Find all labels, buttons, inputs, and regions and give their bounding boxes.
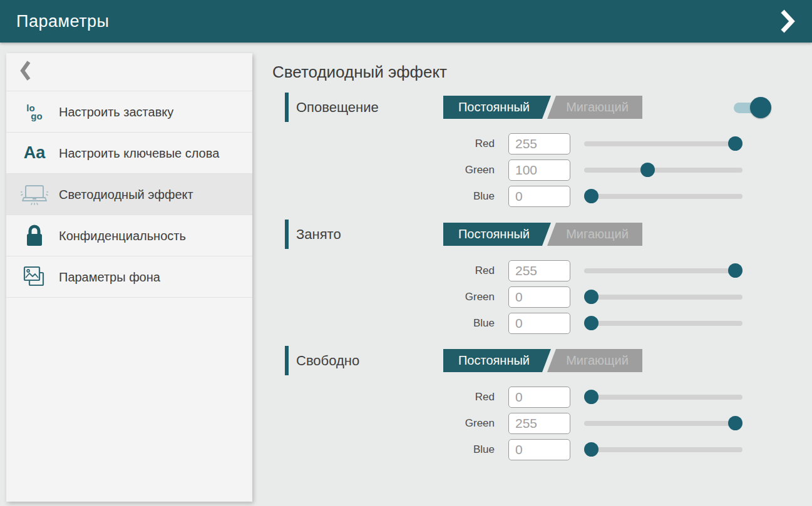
slider-track: [584, 141, 743, 146]
sidebar-item-label: Настроить ключевые слова: [59, 145, 219, 161]
section-header: Оповещение Постоянный Мигающий: [285, 93, 773, 122]
lock-icon: [20, 224, 49, 248]
sidebar-item-label: Конфиденциальность: [59, 228, 186, 244]
red-value-input[interactable]: [508, 387, 570, 408]
blue-slider[interactable]: [584, 316, 743, 331]
channel-label: Green: [438, 164, 495, 176]
section-free: Свободно Постоянный Мигающий Red Green: [285, 346, 773, 465]
mode-segmented-control: Постоянный Мигающий: [443, 349, 642, 372]
channel-label: Blue: [438, 443, 495, 456]
blue-slider[interactable]: [584, 442, 743, 457]
sidebar: lo go Настроить заставку Aa Настроить кл…: [6, 53, 252, 502]
mode-blinking-button[interactable]: Мигающий: [547, 349, 642, 372]
green-value-input[interactable]: [508, 413, 570, 434]
sidebar-item-keywords[interactable]: Aa Настроить ключевые слова: [6, 133, 252, 174]
green-value-input[interactable]: [508, 286, 570, 308]
slider-knob[interactable]: [584, 290, 599, 304]
channel-label: Blue: [438, 317, 495, 330]
mode-constant-button[interactable]: Постоянный: [443, 349, 551, 372]
sidebar-item-label: Настроить заставку: [59, 104, 173, 120]
content-title: Светодиодный эффект: [272, 63, 447, 82]
blue-value-input[interactable]: [508, 186, 570, 207]
blue-slider[interactable]: [584, 189, 743, 204]
section-name: Занято: [296, 226, 341, 243]
red-slider[interactable]: [584, 263, 743, 278]
mode-blinking-button[interactable]: Мигающий: [547, 96, 642, 119]
slider-track: [584, 321, 743, 326]
slider-knob[interactable]: [640, 163, 655, 177]
channel-row-blue: Blue: [285, 313, 773, 334]
back-button[interactable]: [6, 53, 252, 91]
channel-label: Blue: [438, 190, 495, 203]
mode-segmented-control: Постоянный Мигающий: [443, 223, 642, 246]
slider-knob[interactable]: [728, 263, 743, 278]
section-alert: Оповещение Постоянный Мигающий Red Green: [285, 93, 773, 212]
blue-value-input[interactable]: [508, 313, 570, 334]
slider-track: [584, 421, 743, 426]
mode-constant-button[interactable]: Постоянный: [443, 223, 551, 246]
slider-track: [584, 447, 743, 452]
settings-page: Параметры lo go Настроить заставку: [0, 0, 812, 506]
channel-label: Green: [438, 417, 495, 430]
blue-value-input[interactable]: [508, 439, 570, 460]
channel-row-red: Red: [285, 133, 773, 154]
red-value-input[interactable]: [508, 260, 570, 281]
chevron-left-icon: [20, 60, 31, 84]
slider-knob[interactable]: [728, 416, 743, 430]
sidebar-item-label: Параметры фона: [59, 269, 160, 285]
channel-row-red: Red: [285, 260, 773, 281]
slider-knob[interactable]: [584, 390, 599, 404]
section-accent-bar: [285, 346, 289, 375]
channel-row-green: Green: [285, 159, 773, 181]
sidebar-item-background[interactable]: Параметры фона: [6, 256, 252, 298]
green-slider[interactable]: [584, 290, 743, 305]
red-slider[interactable]: [584, 136, 743, 151]
channel-row-green: Green: [285, 413, 773, 434]
slider-knob[interactable]: [728, 136, 743, 151]
channel-row-green: Green: [285, 286, 773, 308]
images-icon: [20, 265, 49, 289]
red-value-input[interactable]: [508, 133, 570, 154]
page-title: Параметры: [16, 12, 109, 31]
alert-toggle-switch[interactable]: [734, 96, 769, 119]
logo-icon: lo go: [20, 104, 49, 120]
green-slider[interactable]: [584, 416, 743, 431]
section-accent-bar: [285, 93, 289, 122]
channel-row-blue: Blue: [285, 186, 773, 207]
channel-row-blue: Blue: [285, 439, 773, 460]
mode-constant-button[interactable]: Постоянный: [443, 96, 551, 119]
app-header: Параметры: [0, 0, 812, 43]
font-icon: Aa: [20, 144, 49, 161]
section-name: Свободно: [296, 353, 359, 369]
section-busy: Занято Постоянный Мигающий Red Green: [285, 220, 773, 339]
slider-track: [584, 168, 743, 173]
switch-knob: [750, 97, 771, 118]
channel-label: Red: [438, 391, 495, 403]
slider-track: [584, 194, 743, 199]
slider-track: [584, 395, 743, 400]
section-name: Оповещение: [296, 99, 379, 116]
sidebar-item-led-effect[interactable]: Светодиодный эффект: [6, 174, 252, 215]
mode-segmented-control: Постоянный Мигающий: [443, 96, 642, 119]
section-header: Свободно Постоянный Мигающий: [285, 346, 773, 375]
slider-knob[interactable]: [584, 442, 599, 457]
slider-knob[interactable]: [584, 189, 599, 203]
sidebar-item-label: Светодиодный эффект: [59, 186, 193, 203]
slider-knob[interactable]: [584, 316, 599, 330]
green-value-input[interactable]: [508, 159, 570, 181]
sidebar-item-splash-screen[interactable]: lo go Настроить заставку: [6, 91, 252, 133]
slider-track: [584, 295, 743, 300]
channel-label: Red: [438, 138, 495, 150]
monitor-icon: [20, 183, 49, 206]
sidebar-item-privacy[interactable]: Конфиденциальность: [6, 215, 252, 256]
slider-track: [584, 268, 743, 273]
chevron-right-icon[interactable]: [779, 9, 796, 34]
channel-row-red: Red: [285, 387, 773, 408]
section-accent-bar: [285, 220, 289, 249]
mode-blinking-button[interactable]: Мигающий: [547, 223, 642, 246]
channel-label: Green: [438, 291, 495, 303]
section-header: Занято Постоянный Мигающий: [285, 220, 773, 249]
channel-label: Red: [438, 265, 495, 277]
red-slider[interactable]: [584, 390, 743, 405]
green-slider[interactable]: [584, 163, 743, 178]
